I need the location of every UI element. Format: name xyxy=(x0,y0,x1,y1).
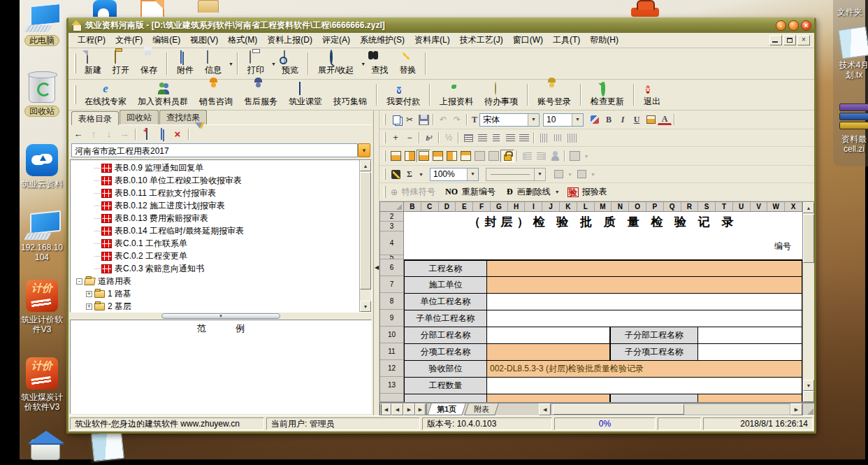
row-height-increase-button[interactable] xyxy=(520,150,534,162)
tree-folder[interactable]: -道路用表 xyxy=(71,275,371,287)
fill-color-button[interactable] xyxy=(644,113,658,126)
indent-button[interactable] xyxy=(461,131,475,144)
renumber-button[interactable]: 重新编号 xyxy=(462,186,496,198)
desktop-icon-app-blue[interactable] xyxy=(93,0,117,17)
scroll-up-button[interactable]: ▲ xyxy=(360,160,371,171)
panel-divider[interactable]: ◀ xyxy=(374,110,379,415)
print-dropdown-arrow[interactable]: ▼ xyxy=(271,62,276,66)
sum-dropdown[interactable]: ▼ xyxy=(417,168,426,180)
tree-item[interactable]: 表B.0.12 施工进度计划报审表 xyxy=(71,199,371,212)
desktop-icon-car[interactable] xyxy=(631,0,659,17)
tab-form-catalog[interactable]: 表格目录 xyxy=(71,111,119,125)
menu-library[interactable]: 资料库(L) xyxy=(410,33,455,48)
font-size-combo[interactable]: 10▼ xyxy=(543,113,584,127)
open-button[interactable]: 打开 xyxy=(107,49,135,78)
template-combo-dropdown[interactable]: ▼ xyxy=(358,143,370,157)
scroll-thumb[interactable] xyxy=(553,404,683,415)
row-header[interactable]: 2 xyxy=(380,212,403,222)
strike-button[interactable]: 画删除线 xyxy=(517,186,551,198)
zhuye-class-button[interactable]: 筑业课堂 xyxy=(283,80,328,110)
form-value-cell[interactable] xyxy=(486,310,802,327)
desktop-icon-document[interactable] xyxy=(140,0,164,17)
form-label-cell[interactable]: 子分部工程名称 xyxy=(610,327,697,344)
after-sales-button[interactable]: 售后服务 xyxy=(238,80,283,110)
column-header[interactable]: C xyxy=(421,202,439,211)
add-form-button[interactable] xyxy=(140,127,154,141)
column-header[interactable]: W xyxy=(767,202,785,211)
scroll-thumb[interactable] xyxy=(360,172,371,289)
minimize-button[interactable]: - xyxy=(776,20,786,31)
insert-col-right-button[interactable] xyxy=(417,150,431,162)
save-button[interactable]: 保存 xyxy=(135,49,163,78)
desktop-icon-txt-file[interactable]: 技术4月 划.tx xyxy=(837,28,868,80)
zoom-combo[interactable]: 100%▼ xyxy=(430,168,479,181)
form-value-cell[interactable] xyxy=(486,394,610,402)
quick-table-button[interactable] xyxy=(389,168,403,180)
vertical-center-button[interactable] xyxy=(551,131,565,144)
maximize-button[interactable]: × xyxy=(788,20,799,31)
form-number-label[interactable]: 编号 xyxy=(774,234,791,255)
tree-folder[interactable]: +1 路基 xyxy=(71,287,371,300)
vertical-dense-button[interactable] xyxy=(565,131,579,144)
find-button[interactable]: 查找 xyxy=(366,49,393,78)
form-value-cell[interactable] xyxy=(486,327,610,344)
menu-project[interactable]: 工程(P) xyxy=(73,33,110,48)
split-cell-button[interactable] xyxy=(444,150,458,162)
check-update-button[interactable]: 检查更新 xyxy=(585,80,630,110)
fraction-button[interactable]: ½ xyxy=(442,131,456,144)
desktop-icon-this-pc[interactable]: 此电脑 xyxy=(17,4,67,46)
last-sheet-button[interactable]: ▶ xyxy=(415,403,427,415)
border-style-dropdown[interactable]: ▼ xyxy=(588,168,598,180)
toolbar-grip[interactable] xyxy=(384,132,386,143)
resize-corner[interactable] xyxy=(802,403,814,415)
copy-button[interactable] xyxy=(389,113,403,126)
desktop-icon-jijia-coal-v3[interactable]: 计价 筑业煤炭计 价软件V3 xyxy=(17,357,67,412)
align-left-button[interactable] xyxy=(475,131,489,144)
sum-button[interactable]: Σ xyxy=(403,168,417,180)
desktop-icon-jijia-v3[interactable]: 计价 筑业计价软 件V3 xyxy=(17,280,67,334)
row-header[interactable]: 3 xyxy=(380,222,403,231)
tree-item[interactable]: 表B.0.14 工程临时/最终延期报审表 xyxy=(71,224,371,237)
toolbar-grip[interactable] xyxy=(74,85,76,104)
form-label-cell[interactable]: 子分项工程名称 xyxy=(610,344,697,361)
menu-technology[interactable]: 技术工艺(J) xyxy=(455,33,508,48)
menu-edit[interactable]: 编辑(E) xyxy=(147,33,185,48)
account-login-button[interactable]: 账号登录 xyxy=(532,80,577,110)
column-header[interactable]: X xyxy=(785,202,802,211)
insert-col-left-button[interactable] xyxy=(389,150,403,162)
info-button[interactable]: 信息 xyxy=(199,49,227,78)
align-justify-button[interactable] xyxy=(517,131,531,144)
cut-button[interactable]: ✂ xyxy=(403,113,417,126)
first-sheet-button[interactable]: ◀ xyxy=(379,403,391,415)
increase-button[interactable]: + xyxy=(389,131,403,144)
redo-button[interactable]: ↷ xyxy=(450,113,464,126)
scroll-up-button[interactable]: ▲ xyxy=(803,202,814,213)
border-style-button[interactable] xyxy=(574,168,588,180)
form-label-cell[interactable]: 验收部位 xyxy=(404,361,486,378)
scroll-split-box[interactable] xyxy=(803,391,814,402)
column-header[interactable]: P xyxy=(646,202,664,211)
menu-tools[interactable]: 工具(T) xyxy=(548,33,585,48)
menu-view[interactable]: 视图(V) xyxy=(185,33,223,48)
column-header[interactable]: M xyxy=(595,202,612,211)
form-value-cell[interactable]: 002-DL8.5.3-3 (封层)检验批质量检验记录 xyxy=(486,361,802,378)
exit-button[interactable]: ×退出 xyxy=(638,80,666,110)
desktop-icon-home[interactable] xyxy=(21,431,71,460)
tree-scrollbar[interactable]: ▲ ▼ xyxy=(359,160,371,312)
border-color-button[interactable] xyxy=(551,168,565,180)
preview-button[interactable]: 预览 xyxy=(276,49,304,78)
nav-back-button[interactable]: ← xyxy=(71,127,85,141)
expand-expander[interactable]: + xyxy=(86,303,92,310)
form-value-cell[interactable] xyxy=(486,259,802,277)
sheet-tab-appendix[interactable]: 附表 xyxy=(464,403,499,415)
form-value-cell[interactable] xyxy=(486,344,610,361)
splitter-collapse-handle[interactable]: ▼ xyxy=(161,313,280,319)
pattern-button[interactable] xyxy=(567,150,581,162)
panel-splitter[interactable]: ▼ xyxy=(70,313,372,320)
form-label-cell[interactable] xyxy=(610,394,697,402)
column-header[interactable]: O xyxy=(629,202,646,211)
inspection-form-button[interactable]: 报验表 xyxy=(582,186,607,198)
row-header[interactable]: 8 xyxy=(380,293,403,310)
sales-consult-button[interactable]: 销售咨询 xyxy=(194,80,238,110)
titlebar[interactable]: 筑业资料河南版 - [D:\筑业建筑系列软件\河南省工程资料软件\工程\6666… xyxy=(68,17,814,33)
